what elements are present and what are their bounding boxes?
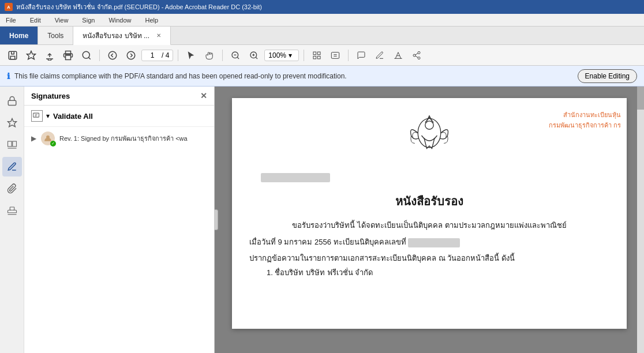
find-button[interactable]	[78, 48, 95, 63]
pdf-item1: 1. ชื่อบริษัท บริษัท ฟรีเวชั่น จำกัด	[267, 266, 609, 279]
zoom-dropdown-icon[interactable]: ▾	[289, 51, 292, 59]
validate-icon	[31, 110, 43, 122]
pdf-line2: เมื่อวันที่ 9 มกราคม 2556 ทะเบียนนิติบุค…	[249, 234, 609, 250]
auto-scroll-button[interactable]	[327, 48, 343, 63]
svg-rect-35	[33, 113, 39, 117]
tab-close-icon[interactable]: ✕	[156, 32, 161, 39]
signatures-panel: Signatures ✕ ▾ Validate All ▶ ✓ Rev. 1: …	[24, 87, 215, 353]
page-separator: / 4	[162, 51, 169, 59]
enable-editing-button[interactable]: Enable Editing	[578, 69, 637, 83]
redacted-field-2	[408, 238, 460, 247]
menu-view[interactable]: View	[53, 16, 71, 25]
menu-window[interactable]: Window	[106, 16, 133, 25]
bookmark-button[interactable]	[23, 48, 39, 63]
sidebar-icon-stamp[interactable]	[2, 201, 22, 220]
zoom-out-button[interactable]	[227, 48, 244, 63]
menu-file[interactable]: File	[3, 16, 18, 25]
sidebar-icon-pages[interactable]	[2, 135, 22, 155]
svg-point-39	[418, 118, 441, 147]
separator-3	[222, 50, 223, 61]
svg-point-5	[83, 51, 89, 58]
svg-point-8	[127, 51, 135, 59]
svg-point-24	[413, 54, 415, 57]
upload-button[interactable]	[42, 48, 58, 63]
panel-close-button[interactable]: ✕	[200, 91, 207, 100]
toolbar: / 4 100% ▾	[0, 45, 644, 66]
menu-sign[interactable]: Sign	[80, 16, 97, 25]
pdf-document-title: หนังสือรับรอง	[249, 192, 609, 211]
validate-dropdown-icon[interactable]: ▾	[46, 112, 50, 120]
pdf-right-text: สำนักงานทะเบียนหุ้น กรมพัฒนาธุรกิจการค้า…	[549, 110, 621, 130]
left-sidebar	[0, 87, 24, 353]
sig-check-icon: ✓	[50, 141, 56, 147]
tab-home[interactable]: Home	[0, 27, 38, 44]
window-title: หนังสือรับรอง บริษัท ฟรีเวชั่น จำกัด.pdf…	[16, 2, 262, 12]
svg-line-10	[237, 57, 239, 59]
print-button[interactable]	[60, 48, 76, 63]
svg-line-13	[256, 57, 257, 59]
svg-rect-31	[12, 141, 16, 147]
pdf-scrollbar[interactable]	[637, 87, 644, 353]
svg-line-27	[415, 53, 418, 55]
next-page-button[interactable]	[123, 48, 139, 63]
validate-label: Validate All	[53, 112, 93, 121]
separator-5	[348, 50, 349, 61]
sidebar-icon-bookmark[interactable]	[2, 113, 22, 133]
tab-tools[interactable]: Tools	[38, 27, 73, 44]
signature-label: Rev. 1: Signed by กรมพัฒนาธุรกิจการค้า <…	[59, 133, 188, 144]
menu-bar: File Edit View Sign Window Help	[0, 14, 644, 27]
share-button[interactable]	[409, 48, 425, 63]
zoom-level: 100% ▾	[264, 50, 299, 61]
svg-rect-4	[66, 55, 71, 60]
svg-rect-16	[313, 52, 316, 55]
app-icon: A	[5, 3, 13, 11]
cursor-tool-button[interactable]	[183, 48, 199, 63]
sig-expand-icon[interactable]: ▶	[31, 134, 36, 142]
signature-item[interactable]: ▶ ✓ Rev. 1: Signed by กรมพัฒนาธุรกิจการค…	[24, 127, 214, 150]
page-number-input[interactable]	[145, 51, 159, 59]
pdf-area: ‹	[215, 87, 644, 353]
highlight-button[interactable]	[372, 48, 388, 63]
title-bar: A หนังสือรับรอง บริษัท ฟรีเวชั่น จำกัด.p…	[0, 0, 644, 14]
garuda-emblem	[403, 110, 455, 162]
main-area: Signatures ✕ ▾ Validate All ▶ ✓ Rev. 1: …	[0, 87, 644, 353]
panel-collapse-button[interactable]: ‹	[215, 209, 218, 230]
fit-page-button[interactable]	[309, 48, 325, 63]
zoom-in-button[interactable]	[246, 48, 262, 63]
info-bar: ℹ This file claims compliance with the P…	[0, 66, 644, 87]
svg-marker-29	[8, 119, 16, 127]
redacted-field-1	[261, 173, 330, 182]
info-message: This file claims compliance with the PDF…	[14, 72, 347, 80]
comment-button[interactable]	[353, 48, 369, 63]
separator-4	[304, 50, 304, 61]
svg-rect-18	[313, 56, 316, 59]
tab-bar: Home Tools หนังสือรับรอง บริษัท ... ✕	[0, 27, 644, 45]
svg-point-7	[108, 51, 117, 59]
pdf-line1: ขอรับรองว่าบริษัทนี้ ได้จดทะเบียนเป็นนิต…	[249, 216, 609, 234]
svg-rect-1	[10, 56, 15, 59]
sidebar-icon-lock[interactable]	[2, 91, 22, 111]
separator-1	[99, 50, 100, 61]
prev-page-button[interactable]	[104, 48, 121, 63]
hand-tool-button[interactable]	[201, 48, 218, 63]
pdf-scrollbar-thumb[interactable]	[637, 87, 644, 110]
svg-marker-2	[27, 51, 36, 59]
sidebar-icon-attachment[interactable]	[2, 179, 22, 198]
svg-rect-20	[332, 52, 339, 58]
svg-point-23	[418, 51, 420, 54]
menu-help[interactable]: Help	[143, 16, 161, 25]
zoom-value: 100%	[268, 51, 286, 59]
panel-header: Signatures ✕	[24, 87, 214, 106]
svg-rect-28	[8, 100, 16, 105]
sidebar-icon-signature[interactable]	[2, 157, 22, 176]
panel-title: Signatures	[31, 92, 70, 100]
draw-button[interactable]	[390, 48, 406, 63]
svg-rect-30	[8, 141, 12, 147]
tab-document[interactable]: หนังสือรับรอง บริษัท ... ✕	[73, 27, 171, 45]
svg-rect-33	[10, 207, 14, 210]
info-icon: ℹ	[7, 72, 10, 81]
svg-rect-19	[318, 56, 321, 59]
menu-edit[interactable]: Edit	[28, 16, 43, 25]
save-button[interactable]	[5, 48, 21, 63]
validate-all-row[interactable]: ▾ Validate All	[24, 106, 214, 127]
